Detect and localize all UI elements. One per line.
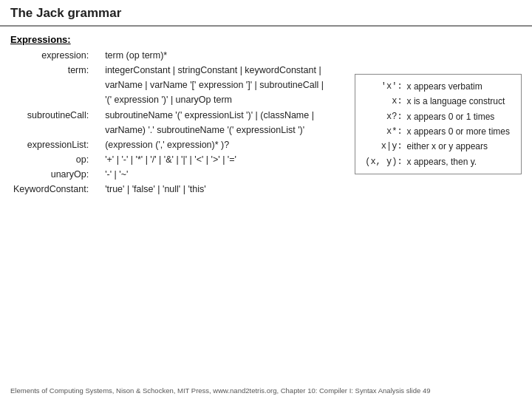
grammar-colon — [92, 152, 102, 167]
grammar-colon — [92, 48, 102, 63]
main-content: Expressions: expression:term (op term)*t… — [0, 27, 532, 201]
legend-description: x appears verbatim — [405, 79, 512, 94]
grammar-colon — [92, 137, 102, 152]
legend-description: x appears, then y. — [405, 154, 512, 169]
legend-row: x?:x appears 0 or 1 times — [363, 109, 512, 124]
grammar-colon — [92, 123, 102, 137]
grammar-lhs: term: — [10, 63, 92, 78]
legend-symbol: 'x': — [363, 79, 404, 94]
legend-symbol: x: — [363, 94, 404, 109]
legend-row: x*:x appears 0 or more times — [363, 124, 512, 139]
page-title: The Jack grammar — [0, 0, 532, 27]
section-label: Expressions: — [10, 34, 522, 45]
grammar-colon — [92, 182, 102, 197]
grammar-colon — [92, 108, 102, 123]
grammar-row: expression:term (op term)* — [10, 48, 522, 63]
grammar-lhs: expressionList: — [10, 137, 92, 152]
grammar-colon — [92, 92, 102, 107]
legend-description: x appears 0 or more times — [405, 124, 512, 139]
legend-row: x:x is a language construct — [363, 94, 512, 109]
legend-table: 'x':x appears verbatimx:x is a language … — [363, 79, 512, 169]
legend-row: 'x':x appears verbatim — [363, 79, 512, 94]
grammar-colon — [92, 78, 102, 92]
grammar-lhs: subroutineCall: — [10, 108, 92, 123]
grammar-lhs — [10, 78, 92, 92]
legend-box: 'x':x appears verbatimx:x is a language … — [355, 74, 522, 174]
legend-description: x is a language construct — [405, 94, 512, 109]
grammar-lhs: op: — [10, 152, 92, 167]
legend-symbol: (x, y): — [363, 154, 404, 169]
grammar-colon — [92, 63, 102, 78]
legend-description: either x or y appears — [405, 139, 512, 154]
legend-row: x|y:either x or y appears — [363, 139, 512, 154]
legend-row: (x, y):x appears, then y. — [363, 154, 512, 169]
grammar-lhs: expression: — [10, 48, 92, 63]
grammar-lhs — [10, 123, 92, 137]
legend-description: x appears 0 or 1 times — [405, 109, 512, 124]
footer-text: Elements of Computing Systems, Nison & S… — [10, 386, 431, 395]
grammar-rhs: term (op term)* — [102, 48, 522, 63]
legend-symbol: x?: — [363, 109, 404, 124]
grammar-lhs: KeywordConstant: — [10, 182, 92, 197]
legend-symbol: x*: — [363, 124, 404, 139]
grammar-rhs: 'true' | 'false' | 'null' | 'this' — [102, 182, 522, 197]
grammar-colon — [92, 167, 102, 182]
legend-symbol: x|y: — [363, 139, 404, 154]
grammar-row: KeywordConstant:'true' | 'false' | 'null… — [10, 182, 522, 197]
grammar-lhs: unaryOp: — [10, 167, 92, 182]
grammar-lhs — [10, 92, 92, 107]
